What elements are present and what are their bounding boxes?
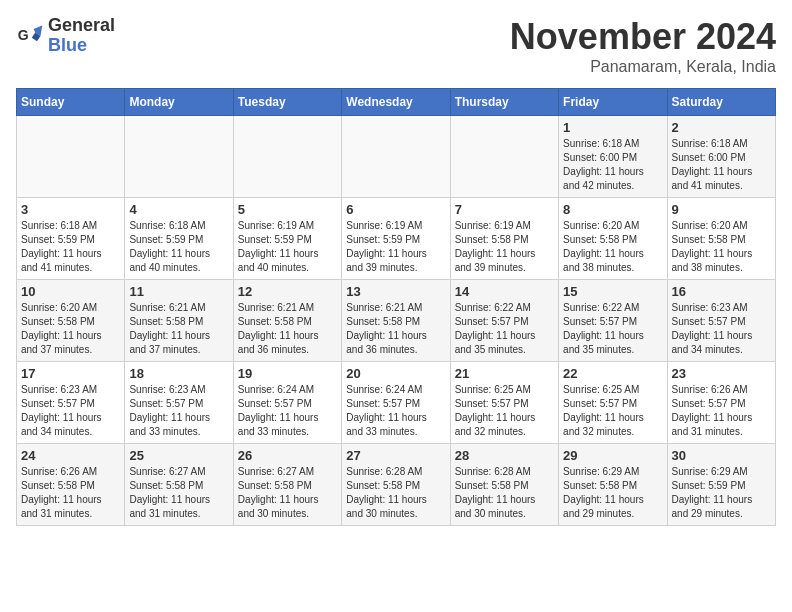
calendar-cell: 8Sunrise: 6:20 AM Sunset: 5:58 PM Daylig… xyxy=(559,198,667,280)
day-info: Sunrise: 6:28 AM Sunset: 5:58 PM Dayligh… xyxy=(455,465,554,521)
day-info: Sunrise: 6:27 AM Sunset: 5:58 PM Dayligh… xyxy=(238,465,337,521)
calendar-cell xyxy=(233,116,341,198)
calendar-cell: 28Sunrise: 6:28 AM Sunset: 5:58 PM Dayli… xyxy=(450,444,558,526)
day-info: Sunrise: 6:21 AM Sunset: 5:58 PM Dayligh… xyxy=(346,301,445,357)
calendar-cell: 20Sunrise: 6:24 AM Sunset: 5:57 PM Dayli… xyxy=(342,362,450,444)
day-info: Sunrise: 6:24 AM Sunset: 5:57 PM Dayligh… xyxy=(238,383,337,439)
day-info: Sunrise: 6:19 AM Sunset: 5:58 PM Dayligh… xyxy=(455,219,554,275)
day-number: 4 xyxy=(129,202,228,217)
calendar-cell: 30Sunrise: 6:29 AM Sunset: 5:59 PM Dayli… xyxy=(667,444,775,526)
calendar-cell: 14Sunrise: 6:22 AM Sunset: 5:57 PM Dayli… xyxy=(450,280,558,362)
day-number: 24 xyxy=(21,448,120,463)
calendar-cell: 15Sunrise: 6:22 AM Sunset: 5:57 PM Dayli… xyxy=(559,280,667,362)
day-number: 3 xyxy=(21,202,120,217)
calendar-cell: 29Sunrise: 6:29 AM Sunset: 5:58 PM Dayli… xyxy=(559,444,667,526)
day-number: 17 xyxy=(21,366,120,381)
day-info: Sunrise: 6:26 AM Sunset: 5:57 PM Dayligh… xyxy=(672,383,771,439)
day-number: 21 xyxy=(455,366,554,381)
calendar-cell: 6Sunrise: 6:19 AM Sunset: 5:59 PM Daylig… xyxy=(342,198,450,280)
day-info: Sunrise: 6:19 AM Sunset: 5:59 PM Dayligh… xyxy=(238,219,337,275)
day-info: Sunrise: 6:28 AM Sunset: 5:58 PM Dayligh… xyxy=(346,465,445,521)
day-info: Sunrise: 6:21 AM Sunset: 5:58 PM Dayligh… xyxy=(238,301,337,357)
day-number: 29 xyxy=(563,448,662,463)
day-number: 16 xyxy=(672,284,771,299)
day-number: 28 xyxy=(455,448,554,463)
day-number: 26 xyxy=(238,448,337,463)
weekday-header-thursday: Thursday xyxy=(450,89,558,116)
day-info: Sunrise: 6:29 AM Sunset: 5:59 PM Dayligh… xyxy=(672,465,771,521)
day-number: 11 xyxy=(129,284,228,299)
weekday-header-friday: Friday xyxy=(559,89,667,116)
day-info: Sunrise: 6:23 AM Sunset: 5:57 PM Dayligh… xyxy=(21,383,120,439)
calendar-cell: 21Sunrise: 6:25 AM Sunset: 5:57 PM Dayli… xyxy=(450,362,558,444)
calendar-cell: 27Sunrise: 6:28 AM Sunset: 5:58 PM Dayli… xyxy=(342,444,450,526)
day-number: 2 xyxy=(672,120,771,135)
day-number: 8 xyxy=(563,202,662,217)
calendar-cell: 5Sunrise: 6:19 AM Sunset: 5:59 PM Daylig… xyxy=(233,198,341,280)
week-row-4: 24Sunrise: 6:26 AM Sunset: 5:58 PM Dayli… xyxy=(17,444,776,526)
calendar-title: November 2024 xyxy=(510,16,776,58)
day-number: 5 xyxy=(238,202,337,217)
calendar-cell: 3Sunrise: 6:18 AM Sunset: 5:59 PM Daylig… xyxy=(17,198,125,280)
weekday-header-saturday: Saturday xyxy=(667,89,775,116)
logo-icon: G xyxy=(16,22,44,50)
day-info: Sunrise: 6:20 AM Sunset: 5:58 PM Dayligh… xyxy=(563,219,662,275)
day-info: Sunrise: 6:18 AM Sunset: 5:59 PM Dayligh… xyxy=(21,219,120,275)
calendar-table: SundayMondayTuesdayWednesdayThursdayFrid… xyxy=(16,88,776,526)
day-number: 10 xyxy=(21,284,120,299)
calendar-header: SundayMondayTuesdayWednesdayThursdayFrid… xyxy=(17,89,776,116)
calendar-cell: 13Sunrise: 6:21 AM Sunset: 5:58 PM Dayli… xyxy=(342,280,450,362)
day-info: Sunrise: 6:25 AM Sunset: 5:57 PM Dayligh… xyxy=(455,383,554,439)
day-number: 18 xyxy=(129,366,228,381)
logo: G General Blue xyxy=(16,16,115,56)
calendar-cell: 10Sunrise: 6:20 AM Sunset: 5:58 PM Dayli… xyxy=(17,280,125,362)
calendar-cell xyxy=(125,116,233,198)
calendar-cell: 4Sunrise: 6:18 AM Sunset: 5:59 PM Daylig… xyxy=(125,198,233,280)
weekday-header-tuesday: Tuesday xyxy=(233,89,341,116)
day-number: 20 xyxy=(346,366,445,381)
calendar-cell: 23Sunrise: 6:26 AM Sunset: 5:57 PM Dayli… xyxy=(667,362,775,444)
weekday-header-monday: Monday xyxy=(125,89,233,116)
weekday-header-wednesday: Wednesday xyxy=(342,89,450,116)
week-row-0: 1Sunrise: 6:18 AM Sunset: 6:00 PM Daylig… xyxy=(17,116,776,198)
day-number: 23 xyxy=(672,366,771,381)
calendar-cell: 19Sunrise: 6:24 AM Sunset: 5:57 PM Dayli… xyxy=(233,362,341,444)
day-number: 13 xyxy=(346,284,445,299)
week-row-2: 10Sunrise: 6:20 AM Sunset: 5:58 PM Dayli… xyxy=(17,280,776,362)
calendar-cell: 18Sunrise: 6:23 AM Sunset: 5:57 PM Dayli… xyxy=(125,362,233,444)
day-number: 14 xyxy=(455,284,554,299)
weekday-row: SundayMondayTuesdayWednesdayThursdayFrid… xyxy=(17,89,776,116)
header: G General Blue November 2024 Panamaram, … xyxy=(16,16,776,76)
day-info: Sunrise: 6:20 AM Sunset: 5:58 PM Dayligh… xyxy=(21,301,120,357)
day-info: Sunrise: 6:25 AM Sunset: 5:57 PM Dayligh… xyxy=(563,383,662,439)
calendar-cell: 22Sunrise: 6:25 AM Sunset: 5:57 PM Dayli… xyxy=(559,362,667,444)
day-number: 30 xyxy=(672,448,771,463)
day-number: 19 xyxy=(238,366,337,381)
day-number: 25 xyxy=(129,448,228,463)
day-number: 15 xyxy=(563,284,662,299)
calendar-cell: 16Sunrise: 6:23 AM Sunset: 5:57 PM Dayli… xyxy=(667,280,775,362)
calendar-cell: 24Sunrise: 6:26 AM Sunset: 5:58 PM Dayli… xyxy=(17,444,125,526)
day-number: 6 xyxy=(346,202,445,217)
day-info: Sunrise: 6:18 AM Sunset: 5:59 PM Dayligh… xyxy=(129,219,228,275)
calendar-cell: 9Sunrise: 6:20 AM Sunset: 5:58 PM Daylig… xyxy=(667,198,775,280)
day-info: Sunrise: 6:24 AM Sunset: 5:57 PM Dayligh… xyxy=(346,383,445,439)
calendar-subtitle: Panamaram, Kerala, India xyxy=(510,58,776,76)
day-number: 27 xyxy=(346,448,445,463)
calendar-body: 1Sunrise: 6:18 AM Sunset: 6:00 PM Daylig… xyxy=(17,116,776,526)
calendar-cell: 1Sunrise: 6:18 AM Sunset: 6:00 PM Daylig… xyxy=(559,116,667,198)
day-number: 22 xyxy=(563,366,662,381)
calendar-cell: 11Sunrise: 6:21 AM Sunset: 5:58 PM Dayli… xyxy=(125,280,233,362)
calendar-cell xyxy=(17,116,125,198)
day-info: Sunrise: 6:27 AM Sunset: 5:58 PM Dayligh… xyxy=(129,465,228,521)
day-info: Sunrise: 6:18 AM Sunset: 6:00 PM Dayligh… xyxy=(563,137,662,193)
day-number: 7 xyxy=(455,202,554,217)
week-row-3: 17Sunrise: 6:23 AM Sunset: 5:57 PM Dayli… xyxy=(17,362,776,444)
weekday-header-sunday: Sunday xyxy=(17,89,125,116)
calendar-cell: 25Sunrise: 6:27 AM Sunset: 5:58 PM Dayli… xyxy=(125,444,233,526)
logo-line1: General xyxy=(48,16,115,36)
week-row-1: 3Sunrise: 6:18 AM Sunset: 5:59 PM Daylig… xyxy=(17,198,776,280)
calendar-cell: 12Sunrise: 6:21 AM Sunset: 5:58 PM Dayli… xyxy=(233,280,341,362)
calendar-cell: 2Sunrise: 6:18 AM Sunset: 6:00 PM Daylig… xyxy=(667,116,775,198)
calendar-cell: 7Sunrise: 6:19 AM Sunset: 5:58 PM Daylig… xyxy=(450,198,558,280)
